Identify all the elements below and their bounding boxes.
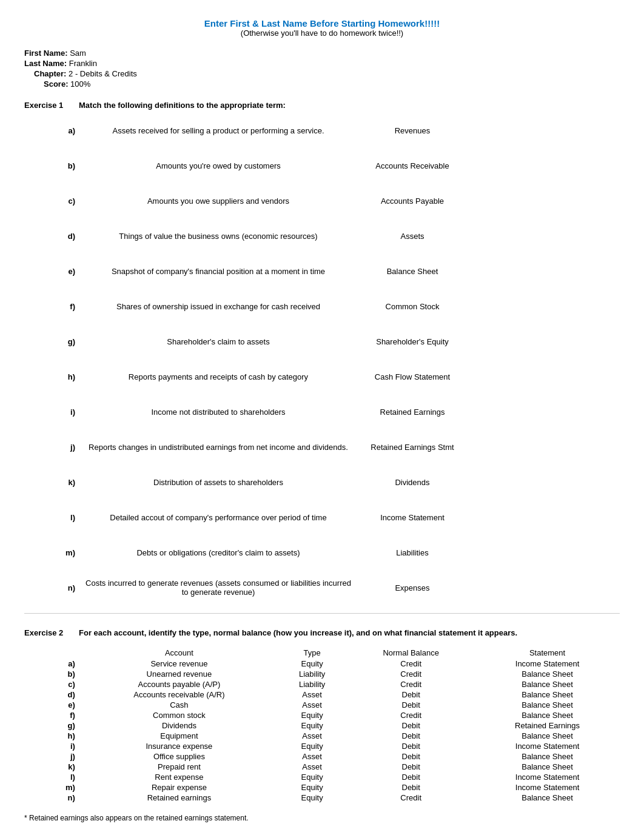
- row-type: Liability: [277, 679, 347, 689]
- row-account: Common stock: [81, 710, 277, 720]
- row-normal-balance: Debit: [347, 689, 475, 700]
- row-statement: Income Statement: [475, 772, 620, 782]
- exercise2-title: For each account, identify the type, nor…: [79, 628, 517, 637]
- table-row: g) Dividends Equity Debit Retained Earni…: [61, 720, 620, 731]
- table-row: n) Retained earnings Equity Credit Balan…: [61, 793, 620, 803]
- exercise1-letter: l): [61, 513, 85, 522]
- row-letter: k): [61, 762, 81, 772]
- exercise1-term: Retained Earnings: [352, 407, 473, 417]
- row-normal-balance: Debit: [347, 782, 475, 793]
- exercise1-definition: Debts or obligations (creditor's claim t…: [85, 548, 352, 557]
- list-item: h) Reports payments and receipts of cash…: [61, 366, 620, 387]
- row-account: Accounts receivable (A/R): [81, 689, 277, 700]
- row-normal-balance: Debit: [347, 762, 475, 772]
- exercise1-definition: Income not distributed to shareholders: [85, 407, 352, 417]
- exercise1-definition: Shareholder's claim to assets: [85, 337, 352, 346]
- exercise1-letter: k): [61, 478, 85, 487]
- col-account: Account: [81, 647, 277, 659]
- row-letter: m): [61, 782, 81, 793]
- row-letter: c): [61, 679, 81, 689]
- table-row: h) Equipment Asset Debit Balance Sheet: [61, 731, 620, 741]
- row-type: Asset: [277, 731, 347, 741]
- exercise1-letter: m): [61, 548, 85, 557]
- row-type: Asset: [277, 700, 347, 710]
- exercise1-definition: Detailed accout of company's performance…: [85, 513, 352, 522]
- exercise1-term: Dividends: [352, 478, 473, 487]
- row-type: Asset: [277, 751, 347, 762]
- row-letter: n): [61, 793, 81, 803]
- row-normal-balance: Credit: [347, 659, 475, 669]
- list-item: c) Amounts you owe suppliers and vendors…: [61, 190, 620, 212]
- exercise1-title: Match the following definitions to the a…: [79, 101, 286, 110]
- row-letter: e): [61, 700, 81, 710]
- exercise1-letter: j): [61, 443, 85, 452]
- exercise1-letter: h): [61, 372, 85, 381]
- row-type: Equity: [277, 782, 347, 793]
- row-account: Accounts payable (A/P): [81, 679, 277, 689]
- row-letter: j): [61, 751, 81, 762]
- chapter-value: 2 - Debits & Credits: [69, 69, 137, 78]
- exercise1-letter: n): [61, 583, 85, 592]
- exercise1-definition: Distribution of assets to shareholders: [85, 478, 352, 487]
- row-normal-balance: Debit: [347, 772, 475, 782]
- row-statement: Retained Earnings: [475, 720, 620, 731]
- exercise1-header: Exercise 1 Match the following definitio…: [24, 101, 620, 110]
- col-type: Type: [277, 647, 347, 659]
- row-normal-balance: Credit: [347, 669, 475, 679]
- table-row: i) Insurance expense Equity Debit Income…: [61, 741, 620, 751]
- row-letter: f): [61, 710, 81, 720]
- row-type: Equity: [277, 720, 347, 731]
- row-account: Rent expense: [81, 772, 277, 782]
- row-statement: Income Statement: [475, 782, 620, 793]
- exercise1-label: Exercise 1: [24, 101, 79, 110]
- row-statement: Balance Sheet: [475, 793, 620, 803]
- row-letter: h): [61, 731, 81, 741]
- table-row: e) Cash Asset Debit Balance Sheet: [61, 700, 620, 710]
- list-item: k) Distribution of assets to shareholder…: [61, 471, 620, 493]
- list-item: i) Income not distributed to shareholder…: [61, 401, 620, 423]
- exercise2-header: Exercise 2 For each account, identify th…: [24, 628, 620, 637]
- list-item: e) Snapshot of company's financial posit…: [61, 260, 620, 282]
- score-label: Score:: [44, 79, 68, 89]
- row-letter: b): [61, 669, 81, 679]
- chapter-row: Chapter: 2 - Debits & Credits: [24, 69, 620, 78]
- header-warning: Enter First & Last Name Before Starting …: [24, 18, 620, 38]
- table-header-row: Account Type Normal Balance Statement: [61, 647, 620, 659]
- exercise1-definition: Snapshot of company's financial position…: [85, 267, 352, 276]
- row-normal-balance: Debit: [347, 731, 475, 741]
- row-statement: Balance Sheet: [475, 669, 620, 679]
- row-account: Repair expense: [81, 782, 277, 793]
- exercise1-term: Expenses: [352, 583, 473, 592]
- first-name-label: First Name:: [24, 49, 68, 58]
- exercise1-term: Accounts Receivable: [352, 161, 473, 170]
- chapter-label: Chapter:: [34, 69, 66, 78]
- row-normal-balance: Debit: [347, 741, 475, 751]
- exercise1-term: Assets: [352, 232, 473, 241]
- row-account: Unearned revenue: [81, 669, 277, 679]
- list-item: b) Amounts you're owed by customers Acco…: [61, 155, 620, 176]
- warning-title: Enter First & Last Name Before Starting …: [24, 18, 620, 29]
- row-type: Equity: [277, 741, 347, 751]
- exercise2-label: Exercise 2: [24, 628, 79, 637]
- col-letter: [61, 647, 81, 659]
- exercise1-term: Liabilities: [352, 548, 473, 557]
- row-normal-balance: Credit: [347, 793, 475, 803]
- exercise1-definition: Shares of ownership issued in exchange f…: [85, 302, 352, 311]
- row-normal-balance: Debit: [347, 700, 475, 710]
- first-name-value: Sam: [70, 49, 86, 58]
- row-account: Service revenue: [81, 659, 277, 669]
- section-divider: [24, 613, 620, 614]
- row-account: Dividends: [81, 720, 277, 731]
- exercise1-definition: Assets received for selling a product or…: [85, 126, 352, 135]
- exercise1-letter: a): [61, 126, 85, 135]
- row-letter: a): [61, 659, 81, 669]
- row-letter: d): [61, 689, 81, 700]
- exercise1-letter: b): [61, 161, 85, 170]
- exercise1-letter: d): [61, 232, 85, 241]
- table-row: k) Prepaid rent Asset Debit Balance Shee…: [61, 762, 620, 772]
- exercise1-rows: a) Assets received for selling a product…: [61, 119, 620, 599]
- row-statement: Income Statement: [475, 659, 620, 669]
- last-name-label: Last Name:: [24, 59, 67, 68]
- row-statement: Balance Sheet: [475, 751, 620, 762]
- table-row: c) Accounts payable (A/P) Liability Cred…: [61, 679, 620, 689]
